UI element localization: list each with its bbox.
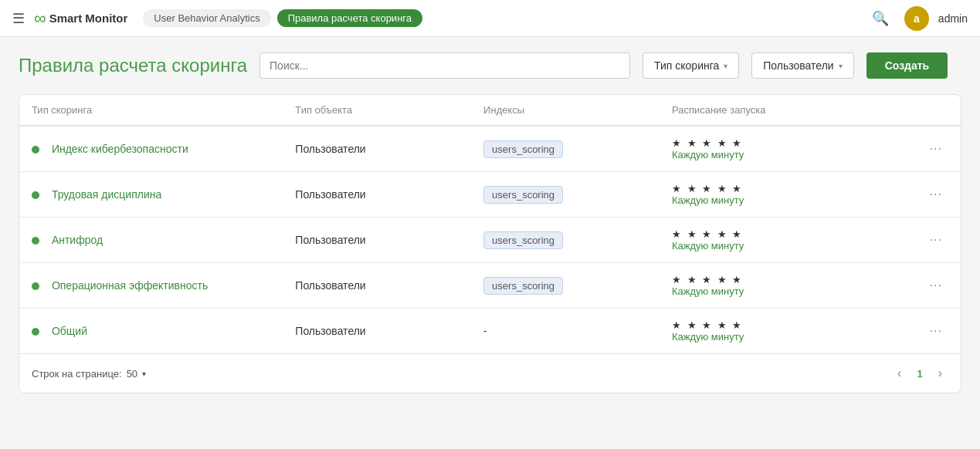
schedule-stars: ★ ★ ★ ★ ★ <box>672 274 873 285</box>
cell-object: Пользователи <box>283 172 471 218</box>
table-row: Общий Пользователи - ★ ★ ★ ★ ★ Каждую ми… <box>19 309 961 354</box>
row-name[interactable]: Операционная эффективность <box>52 279 208 292</box>
cell-schedule: ★ ★ ★ ★ ★ Каждую минуту <box>660 218 886 263</box>
search-input[interactable] <box>259 52 630 79</box>
create-button[interactable]: Создать <box>866 52 948 79</box>
cell-object: Пользователи <box>283 309 471 354</box>
status-indicator <box>32 191 39 199</box>
table-row: Операционная эффективность Пользователи … <box>19 263 961 309</box>
pagination-row: Строк на странице: 50 ▾ ‹ 1 › <box>19 353 961 393</box>
page-header: Правила расчета скоринга Тип скоринга ▾ … <box>19 52 961 79</box>
index-empty: - <box>483 325 487 337</box>
schedule-stars: ★ ★ ★ ★ ★ <box>672 319 873 331</box>
page-nav: ‹ 1 › <box>891 363 948 383</box>
avatar[interactable]: a <box>904 6 929 31</box>
cell-schedule: ★ ★ ★ ★ ★ Каждую минуту <box>660 263 886 309</box>
cell-indexes: users_scoring <box>471 172 660 218</box>
scoring-table: Тип скоринга Тип объекта Индексы Расписа… <box>19 95 961 353</box>
table-header-row: Тип скоринга Тип объекта Индексы Расписа… <box>19 95 961 126</box>
row-name[interactable]: Общий <box>52 325 87 337</box>
row-actions-button[interactable]: ··· <box>924 275 948 295</box>
page-content: Правила расчета скоринга Тип скоринга ▾ … <box>0 37 980 409</box>
schedule-freq: Каждую минуту <box>672 331 873 343</box>
cell-actions: ··· <box>885 309 961 354</box>
filter-object-label: Пользователи <box>763 59 833 72</box>
table-row: Антифрод Пользователи users_scoring ★ ★ … <box>19 218 961 263</box>
breadcrumb-active[interactable]: Правила расчета скоринга <box>277 9 422 27</box>
row-actions-button[interactable]: ··· <box>924 321 948 341</box>
status-indicator <box>32 282 39 290</box>
logo-icon: ∞ <box>34 8 45 29</box>
chevron-down-icon: ▾ <box>142 370 146 378</box>
cell-actions: ··· <box>885 172 961 218</box>
prev-page-button[interactable]: ‹ <box>891 363 907 383</box>
schedule-freq: Каждую минуту <box>672 240 873 252</box>
chevron-down-icon: ▾ <box>724 62 727 70</box>
row-name[interactable]: Трудовая дисциплина <box>52 188 161 201</box>
cell-object: Пользователи <box>283 126 471 172</box>
rows-label: Строк на странице: <box>32 368 122 380</box>
username: admin <box>938 12 968 25</box>
breadcrumb: User Behavior Analytics Правила расчета … <box>143 9 422 27</box>
cell-object: Пользователи <box>283 218 471 263</box>
schedule-freq: Каждую минуту <box>672 149 873 160</box>
cell-type: Общий <box>19 309 283 354</box>
index-badge: users_scoring <box>483 186 563 204</box>
status-indicator <box>32 237 39 245</box>
cell-schedule: ★ ★ ★ ★ ★ Каждую минуту <box>660 172 886 218</box>
search-icon[interactable]: 🔍 <box>872 10 889 27</box>
schedule-freq: Каждую минуту <box>672 194 873 206</box>
row-actions-button[interactable]: ··· <box>924 230 948 250</box>
cell-actions: ··· <box>885 263 961 309</box>
table-row: Трудовая дисциплина Пользователи users_s… <box>19 172 961 218</box>
cell-indexes: users_scoring <box>471 126 660 172</box>
col-header-indexes: Индексы <box>471 95 660 126</box>
cell-actions: ··· <box>885 218 961 263</box>
filter-type-button[interactable]: Тип скоринга ▾ <box>643 52 739 79</box>
col-header-type: Тип скоринга <box>19 95 283 126</box>
schedule-stars: ★ ★ ★ ★ ★ <box>672 228 873 240</box>
cell-object: Пользователи <box>283 263 471 309</box>
col-header-object: Тип объекта <box>283 95 471 126</box>
menu-icon[interactable]: ☰ <box>12 10 25 27</box>
status-indicator <box>32 328 39 336</box>
col-header-schedule: Расписание запуска <box>660 95 886 126</box>
cell-type: Операционная эффективность <box>19 263 283 309</box>
status-indicator <box>32 146 39 154</box>
cell-indexes: users_scoring <box>471 263 660 309</box>
cell-schedule: ★ ★ ★ ★ ★ Каждую минуту <box>660 309 886 354</box>
schedule-stars: ★ ★ ★ ★ ★ <box>672 137 873 149</box>
row-name[interactable]: Индекс кибербезопасности <box>52 143 188 155</box>
table-row: Индекс кибербезопасности Пользователи us… <box>19 126 961 172</box>
breadcrumb-inactive[interactable]: User Behavior Analytics <box>143 9 270 27</box>
logo-text: Smart Monitor <box>49 12 128 25</box>
row-name[interactable]: Антифрод <box>52 234 103 246</box>
cell-indexes: - <box>471 309 660 354</box>
chevron-down-icon: ▾ <box>839 62 843 70</box>
filter-type-label: Тип скоринга <box>654 59 719 72</box>
schedule-stars: ★ ★ ★ ★ ★ <box>672 183 873 194</box>
page-title: Правила расчета скоринга <box>19 55 247 76</box>
topnav: ☰ ∞ Smart Monitor User Behavior Analytic… <box>0 0 980 37</box>
rows-count: 50 <box>127 368 137 380</box>
index-badge: users_scoring <box>483 277 563 295</box>
schedule-freq: Каждую минуту <box>672 285 873 297</box>
next-page-button[interactable]: › <box>932 363 948 383</box>
row-actions-button[interactable]: ··· <box>924 139 948 159</box>
table-card: Тип скоринга Тип объекта Индексы Расписа… <box>19 94 961 393</box>
cell-type: Антифрод <box>19 218 283 263</box>
row-actions-button[interactable]: ··· <box>924 184 948 204</box>
current-page: 1 <box>910 368 928 380</box>
cell-indexes: users_scoring <box>471 218 660 263</box>
rows-per-page[interactable]: Строк на странице: 50 ▾ <box>32 368 146 380</box>
cell-actions: ··· <box>885 126 961 172</box>
index-badge: users_scoring <box>483 140 563 158</box>
cell-type: Индекс кибербезопасности <box>19 126 283 172</box>
cell-schedule: ★ ★ ★ ★ ★ Каждую минуту <box>660 126 886 172</box>
index-badge: users_scoring <box>483 231 563 249</box>
col-header-actions <box>885 95 961 126</box>
logo: ∞ Smart Monitor <box>34 8 127 29</box>
cell-type: Трудовая дисциплина <box>19 172 283 218</box>
filter-object-button[interactable]: Пользователи ▾ <box>751 52 853 79</box>
